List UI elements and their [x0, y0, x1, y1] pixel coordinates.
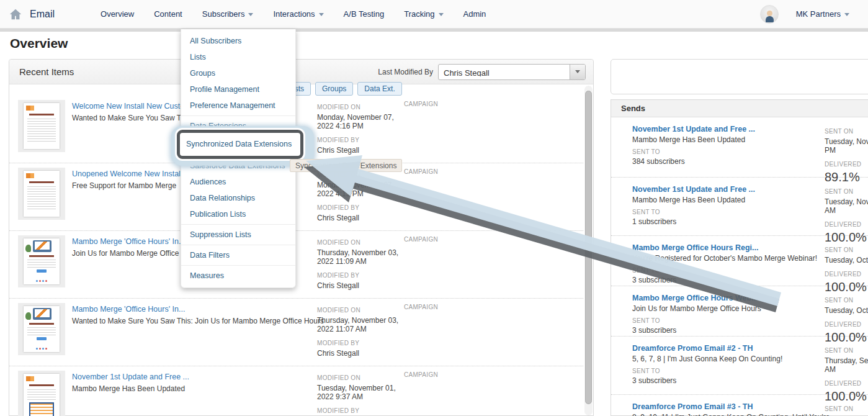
filter-label: Last Modified By: [378, 68, 433, 76]
modified-by-label: MODIFIED BY: [317, 340, 359, 346]
menu-item-audiences[interactable]: Audiences: [181, 174, 295, 190]
item-title-link[interactable]: Unopened Welcome New Install ...: [72, 170, 191, 178]
recent-items-title: Recent Items: [19, 66, 74, 77]
campaign-label: CAMPAIGN: [404, 168, 438, 175]
header-divider: [0, 29, 868, 32]
highlight-box: Synchronized Data Extensions: [177, 130, 303, 159]
campaign-label: CAMPAIGN: [404, 236, 438, 243]
item-subtitle: Wanted to Make Sure You Saw This: Join U…: [72, 317, 324, 325]
item-meta: MODIFIED ON Monday, November 07, 2022 4:…: [317, 168, 410, 225]
menu-item-publication-lists[interactable]: Publication Lists: [181, 206, 295, 222]
recent-items-panel: Recent Items Last Modified By Chris Steg…: [9, 59, 594, 416]
delivered-label: DELIVERED: [825, 271, 861, 278]
menu-item-preference-management[interactable]: Preference Management: [181, 97, 295, 114]
email-thumbnail[interactable]: [18, 100, 65, 152]
menu-item-lists[interactable]: Lists: [181, 49, 295, 65]
modified-on-label: MODIFIED ON: [317, 239, 360, 246]
sent-on-value: Tuesday, Nover AM: [825, 197, 868, 215]
nav-item-content[interactable]: Content: [144, 0, 192, 29]
delivered-label: DELIVERED: [825, 321, 861, 328]
item-subtitle: Mambo Merge Has Been Updated: [72, 384, 185, 393]
menu-item-data-relationships[interactable]: Data Relationships: [181, 190, 295, 206]
select-dropdown-button[interactable]: [570, 65, 585, 79]
avatar[interactable]: [760, 5, 779, 24]
menu-item-profile-management[interactable]: Profile Management: [181, 81, 295, 97]
nav-item-interactions[interactable]: Interactions: [263, 0, 333, 29]
email-thumbnail[interactable]: [18, 303, 65, 355]
item-meta: MODIFIED ON Thursday, November 03, 2022 …: [317, 304, 410, 361]
modified-on-label: MODIFIED ON: [317, 307, 360, 314]
sent-on-value: Tuesday, Octob: [825, 256, 868, 265]
email-thumbnail[interactable]: [18, 371, 65, 416]
caret-down-icon: [439, 13, 444, 16]
nav-item-tracking[interactable]: Tracking: [394, 0, 453, 29]
item-subtitle: Wanted to Make Sure You Saw This:: [72, 114, 193, 122]
item-title-link[interactable]: Mambo Merge 'Office Hours' In...: [72, 305, 185, 314]
menu-item-groups[interactable]: Groups: [181, 65, 295, 81]
campaign-label: CAMPAIGN: [404, 304, 438, 310]
modified-on-label: MODIFIED ON: [317, 374, 360, 381]
menu-item-measures[interactable]: Measures: [181, 268, 295, 284]
list-item: Dreamforce Promo Email #3 - TH 8, 9, 10,…: [611, 395, 868, 416]
modified-by-value: Chris Stegall: [317, 281, 410, 290]
list-item: Dreamforce Promo Email #2 - TH 5, 6, 7, …: [611, 337, 868, 395]
account-name: MK Partners: [796, 9, 841, 19]
menu-item-data-filters[interactable]: Data Filters: [181, 247, 295, 263]
modified-on-value: Monday, November 07, 2022 4:16 PM: [317, 113, 410, 130]
caret-down-icon: [844, 13, 849, 16]
modified-on-value: Thursday, November 03, 2022 11:07 AM: [317, 316, 410, 333]
menu-separator: [181, 115, 295, 116]
tab-groups[interactable]: Groups: [315, 82, 353, 96]
app-brand[interactable]: Email: [30, 9, 55, 20]
nav-item-ab-testing[interactable]: A/B Testing: [334, 0, 395, 29]
nav-item-tracking-label: Tracking: [404, 9, 434, 19]
modified-on-value: Tuesday, November 01, 2022 9:37 AM: [317, 384, 410, 401]
table-row: November 1st Update and Free ... Mambo M…: [9, 366, 583, 416]
email-thumbnail[interactable]: [18, 235, 65, 287]
nav-items: Overview Content Subscribers Interaction…: [91, 0, 496, 29]
sent-on-label: SENT ON: [825, 347, 853, 354]
list-item: November 1st Update and Free ... Mambo M…: [611, 117, 868, 178]
item-title-link[interactable]: November 1st Update and Free ...: [72, 373, 189, 381]
sent-on-label: SENT ON: [825, 246, 853, 253]
table-row: Mambo Merge 'Office Hours' In... Join Us…: [9, 231, 583, 299]
last-modified-by-select[interactable]: Chris Stegall: [438, 64, 586, 80]
item-subtitle: Free Support for Mambo Merge: [72, 181, 176, 190]
nav-item-admin[interactable]: Admin: [454, 0, 496, 29]
modified-by-label: MODIFIED BY: [317, 137, 359, 143]
sent-on-label: SENT ON: [825, 128, 853, 135]
modified-by-label: MODIFIED BY: [317, 204, 359, 211]
modified-on-label: MODIFIED ON: [317, 104, 360, 111]
item-title-link[interactable]: Welcome New Install New Custo...: [72, 102, 191, 111]
table-row: Unopened Welcome New Install ... Free Su…: [9, 163, 583, 231]
menu-item-synchronized-data-extensions[interactable]: Synchronized Data Extensions: [180, 133, 300, 156]
delivered-label: DELIVERED: [825, 380, 861, 387]
item-meta: MODIFIED ON Tuesday, November 01, 2022 9…: [317, 371, 410, 416]
scrollbar-thumb[interactable]: [585, 91, 592, 404]
list-item: November 1st Update and Free ... Mambo M…: [611, 178, 868, 236]
empty-card: [611, 59, 868, 94]
caret-down-icon: [575, 70, 580, 73]
sent-on-label: SENT ON: [825, 297, 853, 304]
item-meta: MODIFIED ON Thursday, November 03, 2022 …: [317, 236, 410, 293]
delivered-label: DELIVERED: [825, 221, 861, 228]
list-item: Mambo Merge Office Hours Regi... You're …: [611, 236, 868, 286]
account-menu[interactable]: MK Partners: [786, 0, 859, 29]
home-icon[interactable]: [9, 7, 22, 21]
modified-by-value: Chris Stegall: [317, 214, 410, 222]
modified-on-label: MODIFIED ON: [317, 171, 360, 178]
modified-on-value: Thursday, November 03, 2022 11:09 AM: [317, 248, 410, 266]
nav-item-overview[interactable]: Overview: [91, 0, 144, 29]
modified-by-label: MODIFIED BY: [317, 407, 359, 414]
menu-item-suppression-lists[interactable]: Suppression Lists: [181, 227, 295, 243]
nav-item-subscribers[interactable]: Subscribers: [192, 0, 264, 29]
scrollbar-track[interactable]: [584, 86, 593, 415]
menu-separator: [181, 245, 295, 245]
item-title-link[interactable]: Mambo Merge 'Office Hours' In...: [72, 237, 185, 246]
sends-title: Sends: [611, 100, 868, 117]
campaign-label: CAMPAIGN: [404, 371, 438, 378]
send-stats: SENT ON Thursday, Sept: [825, 402, 868, 416]
email-thumbnail[interactable]: [18, 168, 65, 220]
tab-data-ext[interactable]: Data Ext.: [357, 82, 401, 96]
menu-item-all-subscribers[interactable]: All Subscribers: [181, 33, 295, 49]
